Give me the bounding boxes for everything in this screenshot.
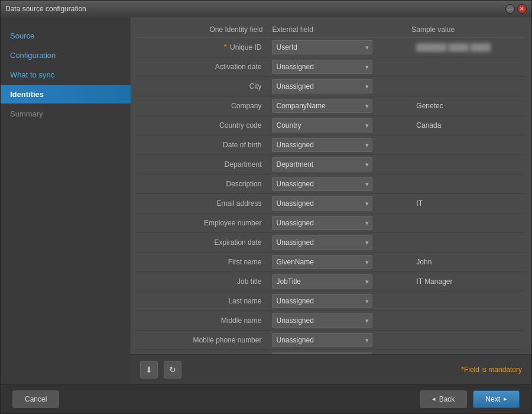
sample-value-employee-number <box>407 214 524 233</box>
external-field-cell-expiration-date: Unassigned <box>267 233 407 253</box>
field-label-first-name: First name <box>135 253 267 272</box>
select-wrapper-activation-date: Unassigned <box>272 60 372 74</box>
back-button[interactable]: ◂ Back <box>420 390 468 408</box>
close-button[interactable]: ✕ <box>517 4 527 14</box>
field-select-country-code[interactable]: Country <box>272 118 372 132</box>
field-select-unique-id[interactable]: UserId <box>272 40 372 54</box>
field-select-last-name[interactable]: Unassigned <box>272 294 372 308</box>
mandatory-text: *Field is mandatory <box>461 366 522 374</box>
field-select-personal-email[interactable]: Unassigned <box>272 352 372 354</box>
field-label-job-title: Job title <box>135 272 267 292</box>
select-wrapper-mobile-phone: Unassigned <box>272 333 372 347</box>
field-label-last-name: Last name <box>135 292 267 311</box>
sidebar-item-what-to-sync[interactable]: What to sync <box>1 66 131 84</box>
sample-value-text-job-title: IT Manager <box>411 277 452 286</box>
window-title: Data source configuration <box>5 5 86 13</box>
import-button[interactable]: ⬇ <box>140 361 158 379</box>
field-select-mobile-phone[interactable]: Unassigned <box>272 333 372 347</box>
field-label-mobile-phone: Mobile phone number <box>135 331 267 350</box>
minimize-button[interactable]: — <box>505 4 515 14</box>
table-row: Country codeCountryCanada <box>135 116 524 135</box>
table-row: * Unique IDUserId██████ ████ ████ <box>135 38 524 57</box>
sidebar-item-source[interactable]: Source <box>1 27 131 45</box>
bottom-toolbar: ⬇ ↻ *Field is mandatory <box>131 354 531 384</box>
refresh-button[interactable]: ↻ <box>164 361 181 379</box>
field-select-email-address[interactable]: Unassigned <box>272 196 372 211</box>
table-row: DescriptionUnassigned <box>135 174 524 194</box>
sample-value-personal-email <box>407 350 524 355</box>
sidebar: SourceConfigurationWhat to syncIdentitie… <box>1 17 131 384</box>
select-wrapper-first-name: GivenName <box>272 255 372 269</box>
sample-value-text-first-name: John <box>411 258 432 266</box>
next-button[interactable]: Next ▸ <box>473 390 520 408</box>
select-wrapper-unique-id: UserId <box>272 40 372 54</box>
field-label-unique-id: * Unique ID <box>135 38 267 57</box>
external-field-cell-employee-number: Unassigned <box>267 214 407 233</box>
sidebar-item-identities[interactable]: Identities <box>1 85 131 104</box>
table-row: Email addressUnassignedIT <box>135 194 524 214</box>
field-select-job-title[interactable]: JobTitle <box>272 274 372 289</box>
table-row: CityUnassigned <box>135 77 524 96</box>
table-row: Job titleJobTitleIT Manager <box>135 272 524 292</box>
col-header-sample-value: Sample value <box>407 22 524 38</box>
select-wrapper-middle-name: Unassigned <box>272 313 372 328</box>
select-wrapper-expiration-date: Unassigned <box>272 235 372 250</box>
table-row: DepartmentDepartment <box>135 155 524 174</box>
sidebar-item-summary: Summary <box>1 105 131 123</box>
sample-value-country-code: Canada <box>407 116 524 135</box>
field-select-company[interactable]: CompanyName <box>272 99 372 113</box>
sample-value-company: Genetec <box>407 96 524 116</box>
sample-value-description <box>407 174 524 194</box>
table-row: Activation dateUnassigned <box>135 57 524 77</box>
title-bar-buttons: — ✕ <box>505 4 527 14</box>
footer-right: ◂ Back Next ▸ <box>420 390 520 408</box>
table-row: Date of birthUnassigned <box>135 135 524 155</box>
sample-value-text-company: Genetec <box>411 102 443 110</box>
content-area: SourceConfigurationWhat to syncIdentitie… <box>1 17 531 384</box>
sample-value-email-address: IT <box>407 194 524 214</box>
external-field-cell-personal-email: Unassigned <box>267 350 407 355</box>
external-field-cell-activation-date: Unassigned <box>267 57 407 77</box>
field-select-employee-number[interactable]: Unassigned <box>272 216 372 230</box>
sample-value-first-name: John <box>407 253 524 272</box>
table-row: Last nameUnassigned <box>135 292 524 311</box>
col-header-oi-field: One Identity field <box>135 22 267 38</box>
table-row: Mobile phone numberUnassigned <box>135 331 524 350</box>
field-select-first-name[interactable]: GivenName <box>272 255 372 269</box>
table-row: First nameGivenNameJohn <box>135 253 524 272</box>
main-window: Data source configuration — ✕ SourceConf… <box>0 0 532 414</box>
next-arrow-icon: ▸ <box>504 395 507 403</box>
sample-value-mobile-phone <box>407 331 524 350</box>
table-row: Employee numberUnassigned <box>135 214 524 233</box>
select-wrapper-company: CompanyName <box>272 99 372 113</box>
field-table-container[interactable]: One Identity field External field Sample… <box>131 17 531 354</box>
field-label-employee-number: Employee number <box>135 214 267 233</box>
select-wrapper-personal-email: Unassigned <box>272 352 372 354</box>
field-select-middle-name[interactable]: Unassigned <box>272 313 372 328</box>
select-wrapper-description: Unassigned <box>272 177 372 191</box>
field-select-department[interactable]: Department <box>272 157 372 172</box>
select-wrapper-last-name: Unassigned <box>272 294 372 308</box>
field-select-description[interactable]: Unassigned <box>272 177 372 191</box>
field-label-expiration-date: Expiration date <box>135 233 267 253</box>
field-select-expiration-date[interactable]: Unassigned <box>272 235 372 250</box>
field-select-city[interactable]: Unassigned <box>272 79 372 93</box>
select-wrapper-email-address: Unassigned <box>272 196 372 211</box>
field-select-activation-date[interactable]: Unassigned <box>272 60 372 74</box>
field-label-department: Department <box>135 155 267 174</box>
external-field-cell-unique-id: UserId <box>267 38 407 57</box>
external-field-cell-mobile-phone: Unassigned <box>267 331 407 350</box>
refresh-icon: ↻ <box>169 365 176 374</box>
cancel-button[interactable]: Cancel <box>12 390 59 408</box>
col-header-external-field: External field <box>267 22 407 38</box>
table-row: Middle nameUnassigned <box>135 311 524 331</box>
external-field-cell-date-of-birth: Unassigned <box>267 135 407 155</box>
field-label-country-code: Country code <box>135 116 267 135</box>
sidebar-item-configuration[interactable]: Configuration <box>1 46 131 64</box>
select-wrapper-department: Department <box>272 157 372 172</box>
back-arrow-icon: ◂ <box>432 395 436 403</box>
sample-value-city <box>407 77 524 96</box>
field-mapping-table: One Identity field External field Sample… <box>135 22 524 354</box>
table-row: Personal emailUnassigned <box>135 350 524 355</box>
field-select-date-of-birth[interactable]: Unassigned <box>272 138 372 152</box>
